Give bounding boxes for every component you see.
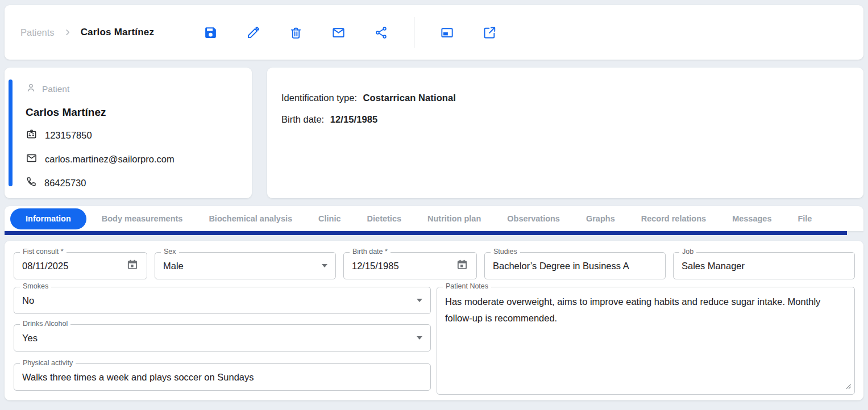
information-form: Fist consult * Sex Male Birth date * Stu… [5,241,863,400]
tabs-underline [5,231,847,235]
patient-phone-row: 86425730 [26,176,240,190]
breadcrumb-current-patient: Carlos Martínez [81,27,155,38]
tab-body-measurements[interactable]: Body measurements [89,214,196,223]
form-right-column: Patient Notes Has moderate overweight, a… [437,287,855,395]
patient-email-row: carlos.martinez@sailorpro.com [26,152,240,166]
first-consult-input[interactable] [22,261,122,271]
patient-name: Carlos Martínez [26,106,240,119]
tabs-strip: Information Body measurements Biochemica… [5,206,863,231]
tab-nutrition-plan[interactable]: Nutrition plan [414,214,494,223]
birth-date-input[interactable] [352,261,451,271]
patient-card-header: Patient [26,82,240,95]
job-input[interactable] [682,261,846,271]
smokes-value: No [22,295,412,306]
drinks-alcohol-select[interactable]: Drinks Alcohol Yes [14,324,431,352]
id-badge-icon [26,128,38,143]
resize-handle-icon[interactable] [845,382,852,392]
patient-email: carlos.martinez@sailorpro.com [45,154,175,165]
patient-card-accent-stripe [9,80,13,186]
studies-input[interactable] [493,261,657,271]
calendar-icon[interactable] [456,258,468,273]
first-consult-field[interactable]: Fist consult * [14,252,147,279]
identification-type-value: Costarrican National [363,93,456,103]
toolbar-actions [189,17,511,48]
identification-type-line: Identification type: Costarrican Nationa… [281,93,849,103]
record-tabs: Information Body measurements Biochemica… [5,206,863,235]
open-in-new-button[interactable] [483,26,497,40]
email-button[interactable] [331,26,346,40]
patient-notes-label: Patient Notes [443,282,491,290]
dropdown-arrow-icon[interactable] [417,299,422,302]
patient-phone: 86425730 [44,178,86,189]
form-row-1: Fist consult * Sex Male Birth date * Stu… [14,252,855,279]
patient-notes-textarea[interactable]: Has moderate overweight, aims to improve… [445,294,846,388]
physical-activity-label: Physical activity [20,359,76,367]
patient-card: Patient Carlos Martínez 123157850 carlos… [5,68,252,198]
studies-label: Studies [491,248,520,256]
tab-biochemical-analysis[interactable]: Biochemical analysis [196,214,305,223]
tab-dietetics[interactable]: Dietetics [354,214,414,223]
breadcrumb-patients-link[interactable]: Patients [20,27,55,38]
phone-icon [26,176,37,190]
physical-activity-input[interactable] [22,372,422,383]
tab-observations[interactable]: Observations [494,214,573,223]
studies-field[interactable]: Studies [484,252,666,279]
sex-select[interactable]: Sex Male [155,252,336,279]
physical-activity-field[interactable]: Physical activity [14,363,431,391]
tab-messages[interactable]: Messages [719,214,784,223]
form-left-column: Smokes No Drinks Alcohol Yes Physical ac… [14,287,431,395]
drinks-alcohol-value: Yes [22,333,412,344]
patient-notes-field[interactable]: Patient Notes Has moderate overweight, a… [437,287,855,395]
job-label: Job [679,248,696,256]
patient-id-number: 123157850 [45,130,92,141]
dropdown-arrow-icon[interactable] [417,336,422,340]
patient-card-label: Patient [42,84,69,94]
delete-button[interactable] [289,26,303,40]
patient-record-page: Patients Carlos Martínez [0,0,868,410]
save-button[interactable] [203,26,218,40]
tab-record-relations[interactable]: Record relations [628,214,719,223]
birth-date-line: Birth date: 12/15/1985 [281,114,849,125]
identification-type-label: Identification type: [281,93,357,103]
identification-card: Identification type: Costarrican Nationa… [267,68,863,198]
person-icon [26,82,36,95]
drinks-alcohol-label: Drinks Alcohol [20,320,70,328]
top-toolbar: Patients Carlos Martínez [5,5,863,60]
sex-label: Sex [161,248,179,256]
email-icon [26,152,38,166]
summary-row: Patient Carlos Martínez 123157850 carlos… [5,68,863,198]
tab-clinic[interactable]: Clinic [305,214,354,223]
toolbar-divider [414,17,414,48]
sex-value: Male [163,261,317,271]
birth-date-label: Birth date: [281,114,324,124]
card-watermark-button[interactable] [440,26,454,40]
smokes-select[interactable]: Smokes No [14,287,431,314]
smokes-label: Smokes [20,282,51,290]
form-columns: Smokes No Drinks Alcohol Yes Physical ac… [14,287,855,395]
tab-graphs[interactable]: Graphs [573,214,628,223]
tab-information[interactable]: Information [10,208,86,229]
chevron-right-icon [63,27,73,37]
dropdown-arrow-icon[interactable] [322,264,327,267]
birth-date-field-label: Birth date * [350,248,391,256]
birth-date-field[interactable]: Birth date * [343,252,477,279]
job-field[interactable]: Job [673,252,855,279]
edit-button[interactable] [246,26,260,40]
calendar-icon[interactable] [126,258,139,273]
first-consult-label: Fist consult * [20,248,67,256]
tab-files[interactable]: File [784,214,825,223]
birth-date-value: 12/15/1985 [330,114,378,124]
patient-id-row: 123157850 [26,128,240,143]
share-button[interactable] [374,26,388,40]
